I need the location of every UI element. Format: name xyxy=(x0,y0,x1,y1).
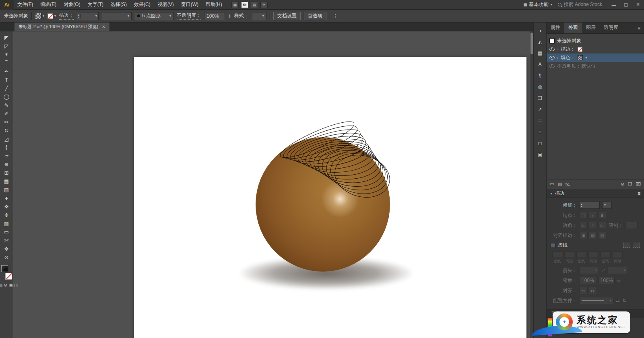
menu-item-8[interactable]: 帮助(H) xyxy=(202,0,226,9)
style-dropdown[interactable]: ▾ xyxy=(252,12,266,20)
line-segment-tool[interactable]: ╱ xyxy=(1,84,12,93)
direct-selection-tool[interactable]: ◸ xyxy=(1,42,12,50)
draw-mode-button[interactable]: ▣ xyxy=(8,282,12,288)
menu-item-7[interactable]: 窗口(W) xyxy=(178,0,202,9)
bevel-join-icon[interactable]: ◺ xyxy=(598,222,606,229)
dashed-line-checkbox[interactable] xyxy=(551,243,555,248)
visibility-eye-icon[interactable] xyxy=(549,47,555,52)
dash-field-1[interactable]: 间隙 xyxy=(564,251,574,264)
fill-color-dropdown[interactable]: ▾ xyxy=(35,13,44,19)
lasso-tool[interactable]: ⌒ xyxy=(1,59,12,67)
scissors-tool[interactable]: ✂ xyxy=(1,118,12,126)
mesh-tool[interactable]: ▦ xyxy=(1,177,12,185)
arrow-start-dropdown[interactable]: ▾ xyxy=(580,267,599,274)
artboard-tool[interactable]: ▭ xyxy=(1,228,12,236)
spinner-arrows[interactable]: ▴▾ xyxy=(580,203,583,208)
shape-builder-tool[interactable]: ⊕ xyxy=(1,160,12,169)
align-inside-icon[interactable]: ▤ xyxy=(589,232,597,239)
round-cap-icon[interactable]: ◗ xyxy=(589,212,597,219)
color-guide-icon[interactable]: ◭ xyxy=(535,38,545,46)
gradient-tool[interactable]: ▧ xyxy=(1,185,12,194)
miter-limit-field[interactable] xyxy=(625,222,638,229)
export-panel-icon[interactable]: ↗ xyxy=(535,105,545,113)
new-effect-icon[interactable]: fx. xyxy=(566,182,570,187)
scroll-thumb[interactable] xyxy=(530,33,533,54)
opacity-label[interactable]: 不透明度： xyxy=(177,12,201,20)
color-panel-icon[interactable]: ◑ xyxy=(535,27,545,35)
column-graph-tool[interactable]: ▥ xyxy=(1,219,12,228)
chevron-down-icon[interactable]: ▾ xyxy=(94,14,98,18)
dash-field-4[interactable]: 虚线 xyxy=(601,251,611,264)
scale-tool[interactable]: ◿ xyxy=(1,135,12,143)
arrow-align-start-icon[interactable]: ↤ xyxy=(580,287,588,294)
pen-tool[interactable]: ✒ xyxy=(1,67,12,76)
weight-dropdown[interactable]: ▾ xyxy=(602,202,612,209)
more-options-icon[interactable]: ⋮ xyxy=(333,13,338,19)
character-panel-icon[interactable]: A xyxy=(535,60,545,68)
swap-arrows-icon[interactable]: ⇌ xyxy=(601,268,605,273)
perspective-grid-tool[interactable]: ⊞ xyxy=(1,169,12,177)
dash-field-0[interactable]: 虚线 xyxy=(552,251,562,264)
flip-horizontal-icon[interactable]: ⇄ xyxy=(616,298,620,303)
sphere-artwork[interactable] xyxy=(256,137,390,272)
arrow-align-end-icon[interactable]: ↦ xyxy=(589,287,597,294)
panel-tab-0[interactable]: 属性 xyxy=(547,21,564,33)
chevron-right-icon[interactable]: › xyxy=(557,56,558,60)
stroke-weight-stepper[interactable]: ▴▾ ▾ xyxy=(77,12,99,20)
butt-cap-icon[interactable]: ▯ xyxy=(580,212,588,219)
scale-y-field[interactable]: 100% xyxy=(599,277,615,284)
opacity-options-icon[interactable]: ❯ xyxy=(228,14,231,18)
type-tool[interactable]: T xyxy=(1,76,12,84)
visibility-eye-icon[interactable] xyxy=(549,64,555,68)
dash-preview-2[interactable] xyxy=(633,243,640,248)
rotate-tool[interactable]: ↻ xyxy=(1,126,12,135)
stroke-color-dropdown[interactable]: ▾ xyxy=(47,13,56,19)
ellipse-tool[interactable]: ◯ xyxy=(1,93,12,101)
width-profile-dropdown[interactable]: ▾ xyxy=(102,12,132,20)
tab-close-icon[interactable]: ✕ xyxy=(102,25,105,29)
dash-preview-1[interactable] xyxy=(623,243,630,248)
visibility-eye-icon[interactable] xyxy=(549,56,555,60)
collapse-icon[interactable]: ▾ xyxy=(550,191,552,196)
hand-tool[interactable]: ✥ xyxy=(1,245,12,253)
stock-icon[interactable]: St xyxy=(241,2,248,8)
width-tool[interactable]: ≬ xyxy=(1,143,12,152)
none-button[interactable]: ⊘ xyxy=(4,282,7,288)
fill-row[interactable]: › 填色： ▾ xyxy=(547,54,644,62)
transform-panel-icon[interactable]: ❐ xyxy=(535,94,545,102)
preferences-button[interactable]: 首选项 xyxy=(304,12,326,20)
delete-item-icon[interactable]: ⌧ xyxy=(636,181,641,187)
dash-field-5[interactable]: 间隙 xyxy=(613,251,623,264)
fill-color-indicator[interactable] xyxy=(1,265,8,272)
align-outside-icon[interactable]: ▥ xyxy=(598,232,606,239)
link-scale-icon[interactable]: ∞ xyxy=(617,278,621,283)
selection-tool[interactable]: ◤ xyxy=(1,33,12,42)
stock-search[interactable]: 搜索 Adobe Stock xyxy=(558,1,602,8)
brush-dropdown[interactable]: 5 点圆形 ▾ xyxy=(135,12,173,20)
maximize-button[interactable]: ▢ xyxy=(620,0,632,9)
dash-field-2[interactable]: 虚线 xyxy=(576,251,586,264)
opacity-field[interactable]: 100% xyxy=(204,12,225,20)
menu-item-5[interactable]: 效果(C) xyxy=(130,0,154,9)
stroke-color-indicator[interactable] xyxy=(5,273,12,280)
bridge-icon[interactable]: ▦ xyxy=(231,2,239,8)
new-stroke-icon[interactable]: ▭ xyxy=(550,181,554,187)
menu-item-0[interactable]: 文件(F) xyxy=(14,0,37,9)
panel-tab-2[interactable]: 图层 xyxy=(582,21,600,33)
magic-wand-tool[interactable]: ✶ xyxy=(1,50,12,59)
artboard[interactable] xyxy=(134,57,526,338)
eyedropper-tool[interactable]: ♦ xyxy=(1,194,12,202)
align-panel-icon[interactable]: ≡ xyxy=(535,128,545,136)
document-setup-button[interactable]: 文档设置 xyxy=(273,12,301,20)
flip-vertical-icon[interactable]: ⇅ xyxy=(622,298,626,303)
minimize-button[interactable]: — xyxy=(608,0,620,9)
stroke-row[interactable]: › 描边： xyxy=(547,45,644,54)
blend-tool[interactable]: ❖ xyxy=(1,202,12,211)
menu-item-1[interactable]: 编辑(E) xyxy=(37,0,60,9)
profile-dropdown[interactable]: ▾ xyxy=(580,297,613,304)
fill-stroke-indicator[interactable] xyxy=(0,265,12,280)
symbols-panel-icon[interactable]: ∷ xyxy=(535,117,545,125)
spinner-arrows[interactable]: ▴▾ xyxy=(77,14,80,19)
menu-item-3[interactable]: 文字(T) xyxy=(84,0,107,9)
new-fill-icon[interactable]: ▨ xyxy=(557,181,561,187)
